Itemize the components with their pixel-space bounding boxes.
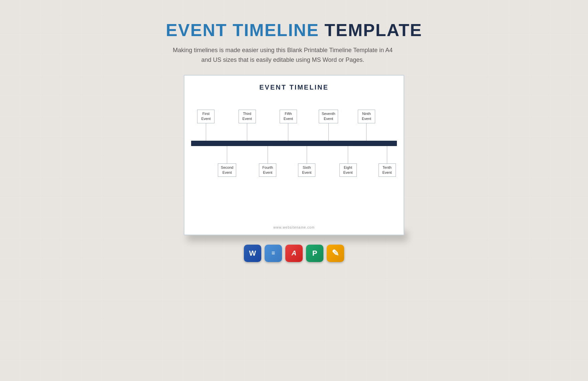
event-line-sixth (307, 146, 307, 163)
event-label-eighth: EightEvent (339, 163, 357, 177)
event-second: SecondEvent (218, 146, 236, 177)
event-sixth: SixthEvent (298, 146, 315, 177)
event-line-eighth (348, 146, 348, 163)
publisher-icon[interactable]: P (306, 245, 323, 262)
event-line-fifth (288, 123, 288, 141)
page-title: EVENT TIMELINE TEMPLATE (166, 20, 422, 40)
document-wrapper: EVENT TIMELINE FirstEvent ThirdEvent Fif… (184, 75, 404, 235)
event-label-ninth: NinthEvent (358, 110, 375, 123)
event-label-sixth: SixthEvent (298, 163, 315, 177)
timeline-bar (191, 141, 397, 146)
event-first: FirstEvent (197, 110, 214, 141)
timeline-area: FirstEvent ThirdEvent FifthEvent Seventh… (191, 97, 397, 226)
event-fourth: FourthEvent (259, 146, 276, 177)
title-blue: EVENT TIMELINE (166, 20, 319, 40)
event-label-second: SecondEvent (218, 163, 236, 177)
event-line-fourth (268, 146, 268, 163)
doc-title: EVENT TIMELINE (259, 84, 329, 91)
event-label-fourth: FourthEvent (259, 163, 276, 177)
event-label-third: ThirdEvent (239, 110, 256, 123)
event-line-tenth (387, 146, 387, 163)
event-line-third (247, 123, 247, 141)
event-third: ThirdEvent (239, 110, 256, 141)
event-line-ninth (366, 123, 366, 141)
app-icons-row: W ≡ A P ✎ (244, 245, 344, 262)
event-label-fifth: FifthEvent (280, 110, 297, 123)
pages-icon[interactable]: ✎ (327, 245, 344, 262)
event-line-seventh (328, 123, 329, 141)
event-ninth: NinthEvent (358, 110, 375, 141)
event-label-seventh: SeventhEvent (319, 110, 338, 123)
word-icon[interactable]: W (244, 245, 261, 262)
title-dark: TEMPLATE (319, 20, 422, 40)
event-line-second (227, 146, 227, 163)
event-eighth: EightEvent (339, 146, 357, 177)
event-fifth: FifthEvent (280, 110, 297, 141)
event-label-tenth: TenthEvent (379, 163, 396, 177)
event-seventh: SeventhEvent (319, 110, 338, 141)
docs-icon[interactable]: ≡ (265, 245, 282, 262)
page-subtitle: Making timelines is made easier using th… (166, 45, 400, 65)
event-label-first: FirstEvent (197, 110, 214, 123)
above-events-row: FirstEvent ThirdEvent FifthEvent Seventh… (191, 97, 397, 141)
document: EVENT TIMELINE FirstEvent ThirdEvent Fif… (184, 75, 404, 235)
pdf-icon[interactable]: A (285, 245, 303, 262)
page-header: EVENT TIMELINE TEMPLATE Making timelines… (166, 20, 422, 65)
event-tenth: TenthEvent (379, 146, 396, 177)
event-line-first (206, 123, 206, 141)
doc-footer: www.websitename.com (273, 226, 314, 229)
below-events-row: SecondEvent FourthEvent SixthEvent Eight… (191, 146, 397, 193)
